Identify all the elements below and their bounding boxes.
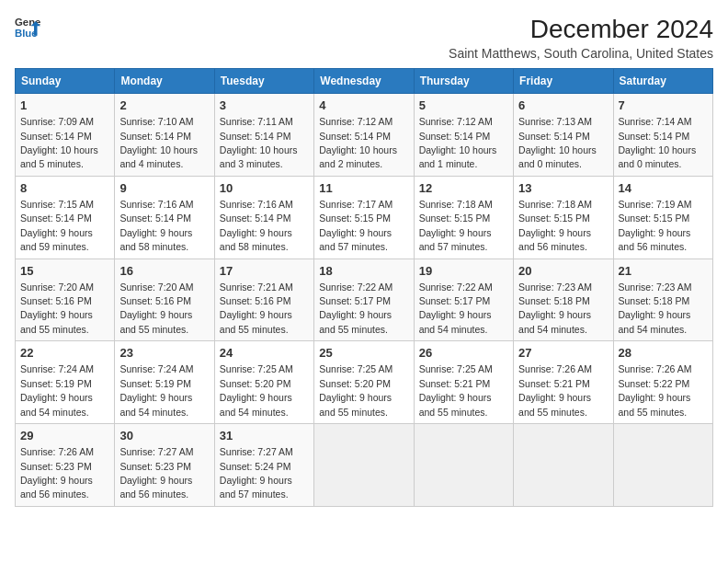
- calendar-cell: 7 Sunrise: 7:14 AMSunset: 5:14 PMDayligh…: [613, 94, 712, 177]
- calendar-cell: 28 Sunrise: 7:26 AMSunset: 5:22 PMDaylig…: [613, 341, 712, 424]
- page-subtitle: Saint Matthews, South Carolina, United S…: [449, 46, 713, 61]
- calendar-week-1: 1 Sunrise: 7:09 AMSunset: 5:14 PMDayligh…: [16, 94, 713, 177]
- calendar-cell: 30 Sunrise: 7:27 AMSunset: 5:23 PMDaylig…: [115, 424, 214, 507]
- calendar-cell: 21 Sunrise: 7:23 AMSunset: 5:18 PMDaylig…: [613, 259, 712, 341]
- weekday-header-monday: Monday: [115, 69, 214, 94]
- day-number: 25: [319, 345, 408, 362]
- day-info: Sunrise: 7:26 AMSunset: 5:23 PMDaylight:…: [20, 446, 94, 500]
- calendar-cell: 10 Sunrise: 7:16 AMSunset: 5:14 PMDaylig…: [214, 176, 313, 259]
- calendar-cell: 1 Sunrise: 7:09 AMSunset: 5:14 PMDayligh…: [16, 94, 115, 177]
- day-number: 19: [419, 263, 508, 280]
- weekday-header-tuesday: Tuesday: [214, 69, 313, 94]
- day-info: Sunrise: 7:22 AMSunset: 5:17 PMDaylight:…: [319, 282, 392, 335]
- day-number: 24: [220, 345, 309, 362]
- title-block: December 2024 Saint Matthews, South Caro…: [449, 15, 713, 61]
- calendar-cell: 4 Sunrise: 7:12 AMSunset: 5:14 PMDayligh…: [314, 94, 414, 177]
- svg-text:Blue: Blue: [15, 28, 38, 39]
- day-info: Sunrise: 7:19 AMSunset: 5:15 PMDaylight:…: [619, 199, 692, 252]
- calendar-week-3: 15 Sunrise: 7:20 AMSunset: 5:16 PMDaylig…: [16, 259, 713, 341]
- calendar-cell: 12 Sunrise: 7:18 AMSunset: 5:15 PMDaylig…: [414, 176, 513, 259]
- day-number: 12: [419, 180, 508, 197]
- day-info: Sunrise: 7:12 AMSunset: 5:14 PMDaylight:…: [419, 116, 497, 169]
- day-number: 7: [619, 98, 708, 114]
- calendar-cell: 17 Sunrise: 7:21 AMSunset: 5:16 PMDaylig…: [214, 259, 313, 341]
- calendar-cell: 11 Sunrise: 7:17 AMSunset: 5:15 PMDaylig…: [314, 176, 414, 259]
- day-number: 26: [419, 345, 508, 362]
- day-info: Sunrise: 7:11 AMSunset: 5:14 PMDaylight:…: [220, 116, 298, 169]
- calendar-cell: 3 Sunrise: 7:11 AMSunset: 5:14 PMDayligh…: [214, 94, 313, 177]
- calendar-cell: 15 Sunrise: 7:20 AMSunset: 5:16 PMDaylig…: [16, 259, 115, 341]
- day-info: Sunrise: 7:25 AMSunset: 5:20 PMDaylight:…: [220, 363, 293, 417]
- day-number: 11: [319, 180, 408, 197]
- day-number: 31: [220, 428, 309, 444]
- day-info: Sunrise: 7:26 AMSunset: 5:22 PMDaylight:…: [619, 363, 692, 417]
- day-info: Sunrise: 7:24 AMSunset: 5:19 PMDaylight:…: [119, 363, 193, 417]
- day-number: 20: [518, 263, 608, 280]
- day-info: Sunrise: 7:23 AMSunset: 5:18 PMDaylight:…: [518, 282, 592, 335]
- day-info: Sunrise: 7:12 AMSunset: 5:14 PMDaylight:…: [319, 116, 397, 169]
- calendar-cell: [414, 424, 513, 507]
- day-number: 22: [20, 345, 109, 362]
- calendar-cell: 23 Sunrise: 7:24 AMSunset: 5:19 PMDaylig…: [115, 341, 214, 424]
- weekday-header-sunday: Sunday: [16, 69, 115, 94]
- day-number: 21: [619, 263, 708, 280]
- day-info: Sunrise: 7:18 AMSunset: 5:15 PMDaylight:…: [518, 199, 592, 252]
- calendar-week-5: 29 Sunrise: 7:26 AMSunset: 5:23 PMDaylig…: [16, 424, 713, 507]
- day-number: 1: [20, 98, 109, 114]
- calendar-cell: 27 Sunrise: 7:26 AMSunset: 5:21 PMDaylig…: [514, 341, 613, 424]
- day-number: 6: [518, 98, 608, 114]
- calendar-cell: 8 Sunrise: 7:15 AMSunset: 5:14 PMDayligh…: [16, 176, 115, 259]
- day-number: 14: [619, 180, 708, 197]
- day-info: Sunrise: 7:25 AMSunset: 5:21 PMDaylight:…: [419, 363, 493, 417]
- calendar-cell: 24 Sunrise: 7:25 AMSunset: 5:20 PMDaylig…: [214, 341, 313, 424]
- weekday-header-friday: Friday: [514, 69, 613, 94]
- day-number: 4: [319, 98, 408, 114]
- day-number: 18: [319, 263, 408, 280]
- day-number: 13: [518, 180, 608, 197]
- calendar-cell: 26 Sunrise: 7:25 AMSunset: 5:21 PMDaylig…: [414, 341, 513, 424]
- day-info: Sunrise: 7:25 AMSunset: 5:20 PMDaylight:…: [319, 363, 392, 417]
- day-number: 29: [20, 428, 109, 444]
- calendar-cell: 13 Sunrise: 7:18 AMSunset: 5:15 PMDaylig…: [514, 176, 613, 259]
- calendar-cell: 18 Sunrise: 7:22 AMSunset: 5:17 PMDaylig…: [314, 259, 414, 341]
- day-number: 10: [220, 180, 309, 197]
- calendar-week-4: 22 Sunrise: 7:24 AMSunset: 5:19 PMDaylig…: [16, 341, 713, 424]
- day-number: 2: [119, 98, 209, 114]
- day-info: Sunrise: 7:16 AMSunset: 5:14 PMDaylight:…: [220, 199, 293, 252]
- day-number: 8: [20, 180, 109, 197]
- logo: General Blue: [15, 15, 40, 40]
- day-info: Sunrise: 7:18 AMSunset: 5:15 PMDaylight:…: [419, 199, 493, 252]
- calendar-cell: 9 Sunrise: 7:16 AMSunset: 5:14 PMDayligh…: [115, 176, 214, 259]
- day-info: Sunrise: 7:26 AMSunset: 5:21 PMDaylight:…: [518, 363, 592, 417]
- day-number: 28: [619, 345, 708, 362]
- day-info: Sunrise: 7:22 AMSunset: 5:17 PMDaylight:…: [419, 282, 493, 335]
- day-info: Sunrise: 7:27 AMSunset: 5:24 PMDaylight:…: [220, 446, 293, 500]
- day-number: 30: [119, 428, 209, 444]
- calendar-cell: 16 Sunrise: 7:20 AMSunset: 5:16 PMDaylig…: [115, 259, 214, 341]
- page-header: General Blue December 2024 Saint Matthew…: [15, 15, 713, 61]
- calendar-cell: 22 Sunrise: 7:24 AMSunset: 5:19 PMDaylig…: [16, 341, 115, 424]
- calendar-cell: 20 Sunrise: 7:23 AMSunset: 5:18 PMDaylig…: [514, 259, 613, 341]
- day-number: 5: [419, 98, 508, 114]
- weekday-header-thursday: Thursday: [414, 69, 513, 94]
- day-info: Sunrise: 7:20 AMSunset: 5:16 PMDaylight:…: [119, 282, 193, 335]
- day-number: 3: [220, 98, 309, 114]
- day-info: Sunrise: 7:27 AMSunset: 5:23 PMDaylight:…: [119, 446, 193, 500]
- day-number: 27: [518, 345, 608, 362]
- calendar-cell: 31 Sunrise: 7:27 AMSunset: 5:24 PMDaylig…: [214, 424, 313, 507]
- day-number: 9: [119, 180, 209, 197]
- day-info: Sunrise: 7:14 AMSunset: 5:14 PMDaylight:…: [619, 116, 697, 169]
- page-title: December 2024: [449, 15, 713, 44]
- calendar-cell: 5 Sunrise: 7:12 AMSunset: 5:14 PMDayligh…: [414, 94, 513, 177]
- day-info: Sunrise: 7:09 AMSunset: 5:14 PMDaylight:…: [20, 116, 98, 169]
- calendar-cell: 14 Sunrise: 7:19 AMSunset: 5:15 PMDaylig…: [613, 176, 712, 259]
- weekday-header-saturday: Saturday: [613, 69, 712, 94]
- day-number: 15: [20, 263, 109, 280]
- calendar-cell: 25 Sunrise: 7:25 AMSunset: 5:20 PMDaylig…: [314, 341, 414, 424]
- day-info: Sunrise: 7:24 AMSunset: 5:19 PMDaylight:…: [20, 363, 94, 417]
- calendar-cell: 19 Sunrise: 7:22 AMSunset: 5:17 PMDaylig…: [414, 259, 513, 341]
- day-info: Sunrise: 7:13 AMSunset: 5:14 PMDaylight:…: [518, 116, 597, 169]
- logo-icon: General Blue: [15, 15, 40, 40]
- day-number: 23: [119, 345, 209, 362]
- day-info: Sunrise: 7:23 AMSunset: 5:18 PMDaylight:…: [619, 282, 692, 335]
